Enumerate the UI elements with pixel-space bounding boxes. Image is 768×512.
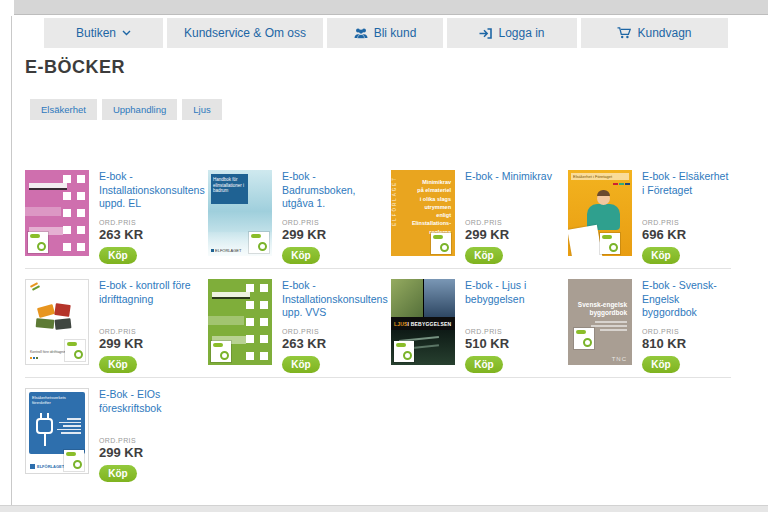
main-nav: Butiken Kundservice & Om oss Bli kund Lo… <box>44 18 728 48</box>
ebook-badge-icon <box>249 232 269 253</box>
cover-decor <box>597 192 610 205</box>
product-cover[interactable]: Svensk-engelsk byggordbok TNC <box>568 279 632 365</box>
ebook-badge-icon <box>394 341 414 362</box>
product-title-link[interactable]: E-bok - Badrumsboken, utgåva 1. <box>282 170 388 219</box>
cover-text: Handbok för elinstallationer i badrum <box>211 174 248 204</box>
product-title-link[interactable]: E-bok - Elsäkerhet i Företaget <box>642 170 731 219</box>
cover-publisher: ELFÖRLAGET <box>211 248 241 253</box>
product-info: E-bok - Svensk-Engelsk byggordbok ORD.PR… <box>642 279 731 377</box>
price-label: ORD.PRIS <box>99 437 205 444</box>
ebook-badge-icon <box>64 450 84 471</box>
ebook-badge-icon <box>600 233 620 254</box>
product-card: Handbok för elinstallationer i badrum EL… <box>208 170 391 268</box>
product-price: 299 KR <box>99 336 205 351</box>
cover-decor <box>391 279 455 317</box>
buy-button[interactable]: Köp <box>99 465 137 482</box>
product-price: 696 KR <box>642 227 731 242</box>
nav-tab-label: Butiken <box>76 26 116 40</box>
product-price: 299 KR <box>99 445 205 460</box>
nav-tab-bli-kund[interactable]: Bli kund <box>327 18 443 48</box>
ebook-badge-icon <box>574 328 594 349</box>
nav-tab-label: Kundservice & Om oss <box>184 26 306 40</box>
cover-decor <box>619 183 624 185</box>
nav-tab-kundservice[interactable]: Kundservice & Om oss <box>167 18 323 48</box>
price-label: ORD.PRIS <box>465 328 568 335</box>
product-row: Elsäkerhetsverkets föreskrifter ELFÖRLAG… <box>25 388 731 487</box>
filter-upphandling[interactable]: Upphandling <box>102 99 177 120</box>
product-card: Kontroll före idrifttagning E-bok - kont… <box>25 279 208 377</box>
page-left-border <box>11 16 12 505</box>
product-title-link[interactable]: E-Bok - EIOs föreskriftsbok <box>99 388 205 437</box>
plug-icon <box>36 418 53 434</box>
people-icon <box>354 28 368 39</box>
cover-text: Svensk-engelsk byggordbok <box>578 301 627 318</box>
cover-publisher: TNC <box>612 356 627 362</box>
product-title-link[interactable]: E-bok - Minimikrav <box>465 170 568 219</box>
product-price: 810 KR <box>642 336 731 351</box>
cover-decor <box>77 175 85 251</box>
filter-bar: Elsäkerhet Upphandling Ljus <box>30 99 222 120</box>
product-title-link[interactable]: E-bok - Ljus i bebyggelsen <box>465 279 568 328</box>
cover-decor <box>25 207 61 216</box>
cover-decor <box>29 183 67 190</box>
buy-button[interactable]: Köp <box>642 356 680 373</box>
product-cover[interactable]: LJUS I BEBYGGELSEN <box>391 279 455 365</box>
buy-button[interactable]: Köp <box>642 247 680 264</box>
product-cover[interactable]: ELFÖRLAGET Minimikrav på elmateriel i ol… <box>391 170 455 256</box>
product-info: E-bok - Installationskonsultens upp. VVS… <box>282 279 388 377</box>
login-icon <box>479 28 492 39</box>
cover-decor <box>37 304 55 318</box>
ebook-badge-icon <box>65 340 85 361</box>
product-cover[interactable]: Elsäkerhetsverkets föreskrifter ELFÖRLAG… <box>25 388 89 474</box>
cover-decor <box>54 303 71 317</box>
cover-text: Elsäkerhet i Företaget <box>571 173 629 180</box>
filter-elsakerhet[interactable]: Elsäkerhet <box>30 99 97 120</box>
product-title-link[interactable]: E-bok - kontroll före idrifttagning <box>99 279 205 328</box>
cover-decor <box>260 284 268 360</box>
nav-tab-label: Kundvagn <box>637 26 691 40</box>
ebook-badge-icon <box>211 341 231 362</box>
product-cover[interactable]: Kontroll före idrifttagning <box>25 279 89 365</box>
cover-text: LJUS I BEBYGGELSEN <box>391 317 455 330</box>
price-label: ORD.PRIS <box>642 219 731 226</box>
product-title-link[interactable]: E-bok - Installationskonsultens upp. VVS <box>282 279 388 328</box>
product-cover[interactable]: Elsäkerhet i Företaget <box>568 170 632 256</box>
product-cover[interactable]: Handbok för elinstallationer i badrum EL… <box>208 170 272 256</box>
cover-text: Minimikrav på elmateriel i olika slags u… <box>412 178 451 236</box>
nav-tab-logga-in[interactable]: Logga in <box>447 18 577 48</box>
product-grid: E-bok - Installationskonsultens uppd. EL… <box>25 170 731 497</box>
cover-decor: Elsäkerhetsverkets föreskrifter <box>29 392 85 454</box>
cover-decor <box>613 183 618 185</box>
product-card: E-bok - Installationskonsultens upp. VVS… <box>208 279 391 377</box>
product-title-link[interactable]: E-bok - Svensk-Engelsk byggordbok <box>642 279 731 328</box>
buy-button[interactable]: Köp <box>282 247 320 264</box>
cover-decor <box>212 292 250 299</box>
cover-publisher: ELFÖRLAGET <box>30 464 64 469</box>
cover-logo-icon <box>30 283 40 290</box>
buy-button[interactable]: Köp <box>282 356 320 373</box>
buy-button[interactable]: Köp <box>99 247 137 264</box>
product-card: Svensk-engelsk byggordbok TNC E-bok - Sv… <box>568 279 731 377</box>
product-row: Kontroll före idrifttagning E-bok - kont… <box>25 279 731 378</box>
buy-button[interactable]: Köp <box>465 247 503 264</box>
price-label: ORD.PRIS <box>282 328 388 335</box>
product-price: 263 KR <box>282 336 388 351</box>
product-title-link[interactable]: E-bok - Installationskonsultens uppd. EL <box>99 170 205 219</box>
product-row: E-bok - Installationskonsultens uppd. EL… <box>25 170 731 269</box>
product-info: E-bok - kontroll före idrifttagning ORD.… <box>99 279 205 377</box>
price-label: ORD.PRIS <box>282 219 388 226</box>
product-cover[interactable] <box>208 279 272 365</box>
product-card: ELFÖRLAGET Minimikrav på elmateriel i ol… <box>391 170 568 268</box>
filter-ljus[interactable]: Ljus <box>182 99 221 120</box>
product-info: E-bok - Badrumsboken, utgåva 1. ORD.PRIS… <box>282 170 388 268</box>
cover-text: Elsäkerhetsverkets föreskrifter <box>32 395 66 405</box>
window-top-strip <box>14 0 768 15</box>
price-label: ORD.PRIS <box>99 219 205 226</box>
product-card: LJUS I BEBYGGELSEN E-bok - Ljus i bebygg… <box>391 279 568 377</box>
nav-tab-kundvagn[interactable]: Kundvagn <box>581 18 728 48</box>
product-card: Elsäkerhet i Företaget E-bok - Elsäkerhe… <box>568 170 731 268</box>
buy-button[interactable]: Köp <box>465 356 503 373</box>
buy-button[interactable]: Köp <box>99 356 137 373</box>
nav-tab-butiken[interactable]: Butiken <box>44 18 163 48</box>
product-cover[interactable] <box>25 170 89 256</box>
